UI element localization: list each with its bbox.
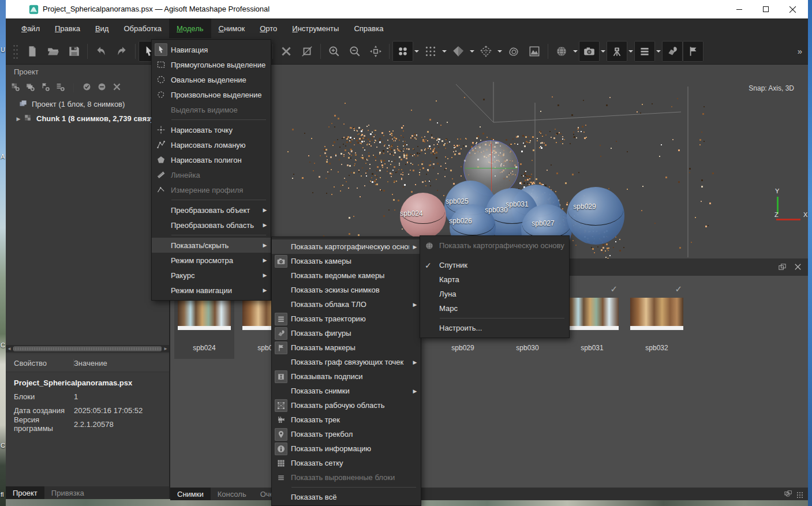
menubar-item-орто[interactable]: Орто bbox=[252, 18, 285, 38]
zoom-out-button[interactable] bbox=[345, 41, 365, 62]
menubar-item-инструменты[interactable]: Инструменты bbox=[285, 18, 346, 38]
point-cloud-4-button[interactable] bbox=[392, 41, 413, 62]
menu-item-4[interactable]: Показать эскизы снимков bbox=[272, 283, 421, 297]
menubar-item-вид[interactable]: Вид bbox=[88, 18, 117, 38]
zoom-in-button[interactable] bbox=[324, 41, 345, 62]
menu-item-7[interactable]: Настроить... bbox=[420, 321, 569, 335]
menu-item-3[interactable]: Карта bbox=[420, 272, 569, 287]
add-chunk-icon[interactable] bbox=[10, 82, 20, 94]
menu-item-7[interactable]: Показать фигуры bbox=[272, 326, 421, 340]
save-button[interactable] bbox=[63, 41, 84, 62]
delete-x-icon[interactable] bbox=[112, 82, 122, 94]
resize-grip[interactable] bbox=[796, 492, 803, 498]
globe-dropdown-caret[interactable] bbox=[572, 41, 579, 62]
scanner-button[interactable] bbox=[607, 41, 627, 62]
delete-x-button[interactable] bbox=[276, 41, 297, 62]
add-photos-icon[interactable] bbox=[25, 82, 35, 94]
menu-item-14[interactable]: Преобразовать область▶ bbox=[152, 218, 271, 233]
mesh-solid-dropdown-caret[interactable] bbox=[469, 41, 476, 62]
contours-button[interactable] bbox=[503, 41, 524, 62]
photo-thumbnail[interactable] bbox=[178, 298, 231, 330]
menu-item-8[interactable]: Нарисовать ломаную bbox=[152, 137, 271, 152]
mesh-wire-button[interactable] bbox=[476, 41, 496, 62]
float-pane-icon[interactable] bbox=[778, 263, 787, 273]
camera-sphere-spb029[interactable] bbox=[567, 187, 624, 245]
camera-button[interactable] bbox=[579, 41, 600, 62]
menu-item-4[interactable]: Луна bbox=[420, 287, 569, 301]
mesh-solid-button[interactable] bbox=[448, 41, 469, 62]
menu-item-2[interactable]: Прямоугольное выделение bbox=[152, 57, 271, 72]
menu-item-9[interactable]: Показать граф связующих точек▶ bbox=[272, 355, 421, 369]
camera-dropdown-caret[interactable] bbox=[600, 41, 607, 62]
close-pane-icon[interactable] bbox=[794, 263, 802, 273]
dock-tab-1[interactable]: Проект bbox=[6, 486, 44, 499]
menu-item-9[interactable]: Нарисовать полигон bbox=[152, 152, 271, 167]
crop-button[interactable] bbox=[297, 41, 317, 62]
maximize-button[interactable] bbox=[753, 0, 779, 18]
menu-item-11[interactable]: Показать снимки▶ bbox=[272, 384, 421, 398]
ortho-image-button[interactable] bbox=[524, 41, 545, 62]
traj-lines-button[interactable] bbox=[634, 41, 655, 62]
menubar-item-снимок[interactable]: Снимок bbox=[211, 18, 253, 38]
minus-circle-icon[interactable] bbox=[97, 82, 107, 94]
menu-item-18[interactable]: Ракурс▶ bbox=[152, 268, 271, 283]
menu-item-17[interactable]: Режим просмотра▶ bbox=[152, 253, 271, 268]
horizontal-scrollbar[interactable]: ◄ ► bbox=[6, 345, 169, 353]
scroll-right-icon[interactable]: ► bbox=[162, 346, 169, 351]
tree-item[interactable]: Проект (1 блок, 8 снимков) bbox=[6, 97, 169, 111]
camera-sphere-spb024[interactable] bbox=[400, 193, 446, 239]
menu-item-1[interactable]: Навигация bbox=[152, 42, 271, 57]
point-cloud-9-button[interactable] bbox=[420, 41, 441, 62]
photo-cell-spb032[interactable]: ✓spb032 bbox=[627, 284, 687, 359]
menu-item-19[interactable]: Показать всё bbox=[272, 490, 421, 504]
menu-item-14[interactable]: Показать трекбол bbox=[272, 427, 421, 441]
batch-icon[interactable] bbox=[55, 82, 65, 94]
menu-item-2[interactable]: Показать камеры bbox=[272, 254, 421, 268]
menu-item-4[interactable]: Произвольное выделение bbox=[152, 87, 271, 102]
scrollbar-thumb[interactable] bbox=[13, 346, 162, 351]
menu-item-1[interactable]: Показать картографическую основу▶ bbox=[272, 239, 421, 254]
flag-button[interactable] bbox=[683, 41, 704, 62]
point-cloud-9-dropdown-caret[interactable] bbox=[441, 41, 448, 62]
shapes-button[interactable] bbox=[662, 41, 683, 62]
menu-item-3[interactable]: Овальное выделение bbox=[152, 72, 271, 87]
fit-region-button[interactable] bbox=[365, 41, 386, 62]
minimize-button[interactable] bbox=[726, 0, 753, 18]
dock-tab-2[interactable]: Привязка bbox=[44, 486, 91, 499]
toolbar-grip[interactable] bbox=[13, 44, 18, 59]
globe-button[interactable] bbox=[551, 41, 572, 62]
menu-item-13[interactable]: Преобразовать объект▶ bbox=[152, 203, 271, 218]
menu-item-5[interactable]: Марс bbox=[420, 301, 569, 316]
menu-item-2[interactable]: ✓Спутник bbox=[420, 258, 569, 272]
toolbar-overflow-chevron[interactable]: » bbox=[798, 46, 802, 56]
menu-item-6[interactable]: Показать траекторию bbox=[272, 312, 421, 326]
menubar-item-обработка[interactable]: Обработка bbox=[116, 18, 169, 38]
photos-tab-1[interactable]: Снимки bbox=[170, 488, 211, 500]
expand-arrow-icon[interactable]: ▶ bbox=[14, 116, 23, 122]
open-folder-button[interactable] bbox=[43, 41, 63, 62]
scanner-dropdown-caret[interactable] bbox=[627, 41, 634, 62]
mesh-wire-dropdown-caret[interactable] bbox=[496, 41, 503, 62]
add-marker-icon[interactable] bbox=[40, 82, 50, 94]
redo-button[interactable] bbox=[111, 41, 132, 62]
menubar-item-правка[interactable]: Правка bbox=[47, 18, 88, 38]
menu-item-8[interactable]: Показать маркеры bbox=[272, 340, 421, 355]
menu-item-16[interactable]: Показать/скрыть▶ bbox=[152, 238, 271, 253]
menubar-item-модель[interactable]: Модель bbox=[169, 18, 211, 38]
menu-item-5[interactable]: Показать облака ТЛО▶ bbox=[272, 297, 421, 312]
menu-item-12[interactable]: Показать рабочую область bbox=[272, 398, 421, 413]
menu-item-15[interactable]: Показать информацию bbox=[272, 441, 421, 456]
photo-thumbnail[interactable] bbox=[630, 298, 683, 330]
check-circle-icon[interactable] bbox=[82, 82, 92, 94]
scroll-left-icon[interactable]: ◄ bbox=[6, 346, 13, 351]
menu-item-16[interactable]: Показать сетку bbox=[272, 456, 421, 470]
photo-thumbnail[interactable] bbox=[566, 298, 619, 330]
menu-item-13[interactable]: Показать трек bbox=[272, 413, 421, 427]
photo-cell-spb031[interactable]: ✓spb031 bbox=[562, 284, 622, 359]
traj-lines-dropdown-caret[interactable] bbox=[655, 41, 662, 62]
menu-item-3[interactable]: Показать ведомые камеры bbox=[272, 268, 421, 283]
menu-item-10[interactable]: Показывать подписи bbox=[272, 369, 421, 384]
new-document-button[interactable] bbox=[22, 41, 43, 62]
menu-item-19[interactable]: Режим навигации▶ bbox=[152, 283, 271, 298]
photos-tab-2[interactable]: Консоль bbox=[211, 488, 253, 500]
